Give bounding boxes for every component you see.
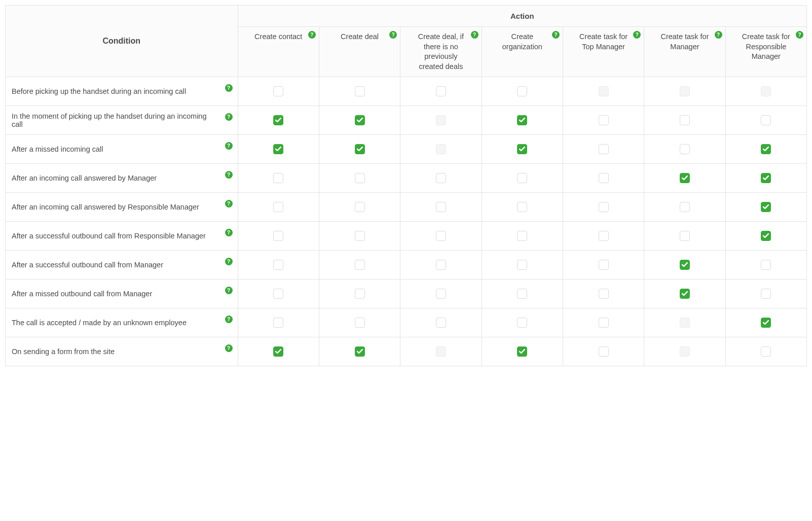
checkbox-after-missed-incoming-create-deal-if-none	[436, 144, 446, 154]
checkbox-moment-pickup-incoming-create-deal[interactable]	[355, 115, 365, 125]
checkbox-call-unknown-employee-create-organization[interactable]	[517, 318, 527, 328]
checkbox-after-missed-outbound-manager-create-task-responsible-manager[interactable]	[761, 289, 771, 299]
help-icon-condition-on-sending-form[interactable]: ?	[225, 344, 233, 352]
checkbox-after-incoming-answered-manager-create-task-responsible-manager[interactable]	[761, 173, 771, 183]
checkbox-after-incoming-answered-responsible-create-task-top-manager[interactable]	[599, 202, 609, 212]
checkbox-after-incoming-answered-responsible-create-task-manager[interactable]	[680, 202, 690, 212]
checkbox-after-missed-incoming-create-contact[interactable]	[273, 144, 283, 154]
help-icon-condition-moment-pickup-incoming[interactable]: ?	[225, 113, 233, 121]
checkbox-on-sending-form-create-task-top-manager[interactable]	[599, 346, 609, 357]
check-cell	[482, 280, 563, 308]
checkbox-after-successful-outbound-responsible-create-task-responsible-manager[interactable]	[761, 231, 771, 241]
condition-label: After a successful outbound call from Ma…	[12, 261, 163, 269]
checkbox-call-unknown-employee-create-task-top-manager[interactable]	[599, 318, 609, 328]
checkbox-after-missed-incoming-create-task-manager[interactable]	[680, 144, 690, 154]
checkbox-after-missed-incoming-create-task-top-manager[interactable]	[599, 144, 609, 154]
checkbox-after-successful-outbound-manager-create-deal[interactable]	[355, 260, 365, 270]
checkbox-after-successful-outbound-responsible-create-deal-if-none[interactable]	[436, 231, 446, 241]
checkbox-after-missed-incoming-create-organization[interactable]	[517, 144, 527, 154]
help-icon-action-create-task-manager[interactable]: ?	[715, 31, 722, 39]
checkbox-on-sending-form-create-task-responsible-manager[interactable]	[761, 346, 771, 357]
checkbox-after-missed-outbound-manager-create-task-top-manager[interactable]	[599, 289, 609, 299]
help-icon-condition-after-incoming-answered-manager[interactable]: ?	[225, 171, 233, 179]
checkbox-after-missed-outbound-manager-create-deal[interactable]	[355, 289, 365, 299]
checkbox-after-successful-outbound-manager-create-task-top-manager[interactable]	[599, 260, 609, 270]
help-icon-action-create-task-responsible-manager[interactable]: ?	[796, 31, 803, 39]
condition-header: Condition	[6, 6, 238, 77]
checkbox-on-sending-form-create-deal[interactable]	[355, 346, 365, 357]
checkbox-before-pickup-incoming-create-contact[interactable]	[273, 86, 283, 96]
checkbox-after-incoming-answered-manager-create-contact[interactable]	[273, 173, 283, 183]
condition-cell-after-incoming-answered-responsible: After an incoming call answered by Respo…	[6, 193, 238, 222]
condition-cell-after-successful-outbound-manager: After a successful outbound call from Ma…	[6, 251, 238, 280]
help-icon-action-create-contact[interactable]: ?	[308, 31, 316, 39]
checkbox-after-incoming-answered-responsible-create-task-responsible-manager[interactable]	[761, 202, 771, 212]
checkbox-after-successful-outbound-responsible-create-task-top-manager[interactable]	[599, 231, 609, 241]
checkbox-call-unknown-employee-create-task-manager	[680, 318, 690, 328]
checkbox-before-pickup-incoming-create-task-top-manager	[599, 86, 609, 96]
checkbox-after-incoming-answered-responsible-create-deal[interactable]	[355, 202, 365, 212]
condition-cell-on-sending-form: On sending a form from the site?	[6, 337, 238, 366]
help-icon-condition-after-incoming-answered-responsible[interactable]: ?	[225, 200, 233, 207]
checkbox-moment-pickup-incoming-create-task-responsible-manager[interactable]	[761, 115, 771, 125]
checkbox-on-sending-form-create-organization[interactable]	[517, 346, 527, 357]
check-cell	[563, 337, 644, 366]
checkbox-call-unknown-employee-create-deal-if-none[interactable]	[436, 318, 446, 328]
check-cell	[400, 77, 482, 106]
check-cell	[319, 337, 400, 366]
help-icon-action-create-task-top-manager[interactable]: ?	[633, 31, 641, 39]
checkbox-after-missed-incoming-create-task-responsible-manager[interactable]	[761, 144, 771, 154]
checkbox-moment-pickup-incoming-create-organization[interactable]	[517, 115, 527, 125]
table-row: After a successful outbound call from Ma…	[6, 251, 807, 280]
checkbox-after-successful-outbound-responsible-create-contact[interactable]	[273, 231, 283, 241]
help-icon-action-create-deal-if-none[interactable]: ?	[471, 31, 478, 39]
help-icon-condition-after-successful-outbound-manager[interactable]: ?	[225, 258, 233, 265]
checkbox-moment-pickup-incoming-create-contact[interactable]	[273, 115, 283, 125]
check-cell	[563, 135, 644, 164]
checkbox-after-incoming-answered-responsible-create-contact[interactable]	[273, 202, 283, 212]
checkbox-moment-pickup-incoming-create-task-top-manager[interactable]	[599, 115, 609, 125]
checkbox-call-unknown-employee-create-deal[interactable]	[355, 318, 365, 328]
checkbox-before-pickup-incoming-create-deal[interactable]	[355, 86, 365, 96]
help-icon-condition-after-missed-incoming[interactable]: ?	[225, 142, 233, 150]
check-cell	[482, 251, 563, 280]
checkbox-after-incoming-answered-manager-create-task-manager[interactable]	[680, 173, 690, 183]
checkbox-before-pickup-incoming-create-organization[interactable]	[517, 86, 527, 96]
help-icon-action-create-organization[interactable]: ?	[552, 31, 560, 39]
condition-label: The call is accepted / made by an unknow…	[12, 319, 187, 327]
checkbox-after-missed-outbound-manager-create-organization[interactable]	[517, 289, 527, 299]
checkbox-call-unknown-employee-create-contact[interactable]	[273, 318, 283, 328]
checkbox-after-successful-outbound-manager-create-task-responsible-manager[interactable]	[761, 260, 771, 270]
condition-label: After an incoming call answered by Respo…	[12, 203, 199, 211]
checkbox-after-successful-outbound-manager-create-contact[interactable]	[273, 260, 283, 270]
help-icon-action-create-deal[interactable]: ?	[389, 31, 397, 39]
help-icon-condition-call-unknown-employee[interactable]: ?	[225, 316, 233, 323]
checkbox-after-missed-outbound-manager-create-deal-if-none[interactable]	[436, 289, 446, 299]
checkbox-before-pickup-incoming-create-deal-if-none[interactable]	[436, 86, 446, 96]
checkbox-after-incoming-answered-responsible-create-organization[interactable]	[517, 202, 527, 212]
checkbox-after-incoming-answered-responsible-create-deal-if-none[interactable]	[436, 202, 446, 212]
help-icon-condition-after-successful-outbound-responsible[interactable]: ?	[225, 229, 233, 236]
checkbox-after-incoming-answered-manager-create-organization[interactable]	[517, 173, 527, 183]
checkbox-after-missed-incoming-create-deal[interactable]	[355, 144, 365, 154]
checkbox-after-successful-outbound-responsible-create-organization[interactable]	[517, 231, 527, 241]
checkbox-after-incoming-answered-manager-create-deal[interactable]	[355, 173, 365, 183]
help-icon-condition-before-pickup-incoming[interactable]: ?	[225, 84, 233, 92]
action-header-create-task-responsible-manager: Create task for Responsible Manager?	[725, 27, 806, 77]
checkbox-after-successful-outbound-manager-create-task-manager[interactable]	[680, 260, 690, 270]
checkbox-after-successful-outbound-manager-create-organization[interactable]	[517, 260, 527, 270]
checkbox-after-successful-outbound-responsible-create-deal[interactable]	[355, 231, 365, 241]
checkbox-after-incoming-answered-manager-create-deal-if-none[interactable]	[436, 173, 446, 183]
help-icon-condition-after-missed-outbound-manager[interactable]: ?	[225, 287, 233, 294]
check-cell	[400, 193, 482, 222]
checkbox-after-incoming-answered-manager-create-task-top-manager[interactable]	[599, 173, 609, 183]
checkbox-call-unknown-employee-create-task-responsible-manager[interactable]	[761, 318, 771, 328]
checkbox-on-sending-form-create-contact[interactable]	[273, 346, 283, 357]
check-cell	[563, 308, 644, 337]
action-group-header: Action	[238, 6, 806, 27]
checkbox-after-successful-outbound-manager-create-deal-if-none[interactable]	[436, 260, 446, 270]
checkbox-moment-pickup-incoming-create-task-manager[interactable]	[680, 115, 690, 125]
checkbox-after-successful-outbound-responsible-create-task-manager[interactable]	[680, 231, 690, 241]
checkbox-after-missed-outbound-manager-create-contact[interactable]	[273, 289, 283, 299]
checkbox-after-missed-outbound-manager-create-task-manager[interactable]	[680, 289, 690, 299]
